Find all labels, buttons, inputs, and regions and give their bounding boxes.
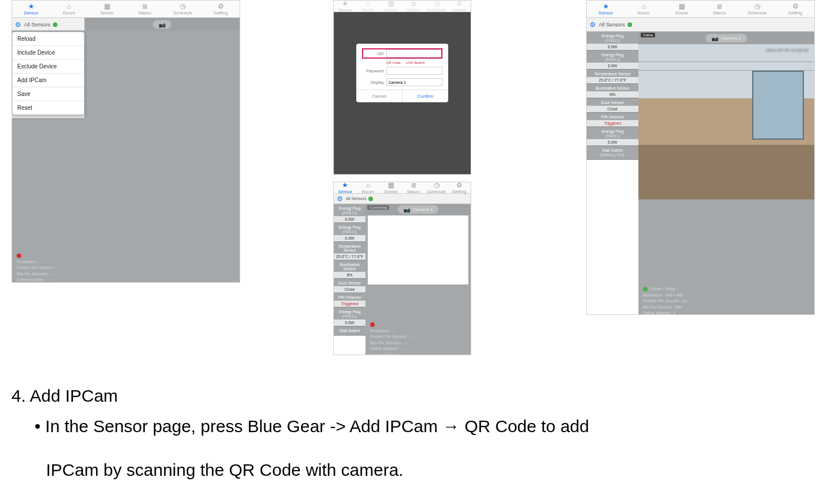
tab-sensor[interactable]: ★Sensor — [334, 1, 357, 11]
sensor-item[interactable]: Wall Switch — [334, 326, 365, 336]
info-line: Resolution : 640 x 480 — [643, 293, 687, 299]
sensor-item[interactable]: Energy Plug(PAN11)0.0W — [587, 127, 638, 146]
tab-macro[interactable]: ≣Macro — [700, 1, 738, 17]
menu-item-reload[interactable]: Reload — [13, 32, 84, 46]
sensor-item[interactable]: Illumination Sensor8% — [587, 84, 638, 98]
macro-icon: ≣ — [717, 3, 722, 10]
menu-item-exclude-device[interactable]: Exclude Device — [13, 60, 84, 74]
status-line — [17, 253, 59, 259]
sensor-item[interactable]: Illumination Sensor8% — [334, 260, 365, 279]
sensor-item[interactable]: Door SensorClose — [334, 279, 365, 293]
tab-scene[interactable]: ▦Scene — [379, 1, 402, 11]
status-dot-icon — [53, 22, 57, 27]
menu-item-save[interactable]: Save — [13, 87, 84, 101]
screenshot-add-ipcam-modal: ★Sensor⌂Room▦Scene≣Macro◷Schedule⚙Settin… — [333, 0, 471, 175]
menu-item-include-device[interactable]: Include Device — [13, 46, 84, 60]
sensor-item[interactable]: Door SensorClose — [587, 98, 638, 113]
sensor-item[interactable]: Energy Plug(PAN11)0.0W — [587, 51, 638, 70]
sensor-item[interactable]: Temperature Sensor25.0°C / 77.0°F — [334, 242, 365, 260]
display-input[interactable] — [386, 78, 442, 86]
menu-item-reset[interactable]: Reset — [13, 101, 84, 114]
sensor-item[interactable]: Energy Plug(PAN11)0.0W — [334, 223, 365, 242]
macro-icon: ≣ — [411, 0, 417, 7]
info-line: Frames Per Second : -- — [370, 334, 412, 340]
tab-schedule[interactable]: ◷Schedule — [738, 1, 776, 17]
main-panel: 📷Camera 1 2014-07-09 14:02:33 Online / R… — [638, 32, 814, 315]
sensor-item[interactable]: PIR DetectorTriggered — [587, 113, 638, 127]
menu-item-add-ipcam[interactable]: Add IPCam — [13, 74, 84, 87]
schedule-icon: ◷ — [434, 182, 440, 188]
gear-icon[interactable]: ⚙ — [15, 21, 21, 29]
tab-scene[interactable]: ▦Scene — [663, 1, 700, 17]
tab-setting[interactable]: ⚙Setting — [202, 1, 240, 17]
scene-icon: ▦ — [388, 0, 394, 7]
tab-schedule[interactable]: ◷Schedule — [425, 1, 448, 11]
tab-sensor[interactable]: ★Sensor — [12, 1, 50, 17]
room-icon: ⌂ — [641, 3, 645, 10]
setting-icon: ⚙ — [792, 3, 799, 10]
screenshot-menu-open: ★Sensor⌂Room▦Scene≣Macro◷Schedule⚙Settin… — [11, 0, 240, 283]
macro-icon: ≣ — [142, 3, 148, 10]
uid-input[interactable] — [386, 49, 441, 57]
sensor-item[interactable]: Energy Plug(PAN11)0.0W — [334, 307, 365, 326]
confirm-button[interactable]: Confirm — [403, 90, 449, 102]
status-dot-icon — [368, 197, 373, 201]
main-panel: 📷Camera 1 Resolution : --Frames Per Seco… — [365, 204, 471, 355]
tab-macro[interactable]: ≣Macro — [402, 182, 425, 193]
sensor-icon: ★ — [603, 3, 609, 10]
window-in-photo — [752, 71, 804, 140]
status-line — [370, 322, 412, 328]
all-sensors-label: All Sensors — [346, 197, 366, 201]
tab-setting[interactable]: ⚙Setting — [448, 182, 471, 193]
cancel-button[interactable]: Cancel — [356, 90, 403, 102]
bullet-line-1: In the Sensor page, press Blue Gear -> A… — [34, 413, 804, 440]
sensor-icon: ★ — [342, 0, 348, 7]
camera-info: Resolution : --Frames Per Second : --Bit… — [370, 322, 412, 355]
sensor-icon: ★ — [342, 182, 348, 188]
sensor-item[interactable]: Temperature Sensor25.0°C / 77.0°F — [587, 70, 638, 84]
tab-sensor[interactable]: ★Sensor — [334, 182, 357, 193]
sensor-item[interactable]: Energy Plug(PAN11)0.0W — [587, 32, 638, 51]
scene-icon: ▦ — [388, 182, 394, 188]
document-text: 4. Add IPCam In the Sensor page, press B… — [11, 383, 804, 501]
camera-title: Camera 1 — [413, 207, 433, 212]
tab-room[interactable]: ⌂Room — [357, 182, 380, 193]
gear-icon[interactable]: ⚙ — [590, 21, 596, 29]
dialog-buttons: Cancel Confirm — [356, 90, 448, 102]
app-tabs: ★Sensor⌂Room▦Scene≣Macro◷Schedule⚙Settin… — [587, 1, 814, 18]
room-icon: ⌂ — [366, 0, 370, 7]
sensor-item[interactable]: Wall Switch(PAN11) CH1 — [587, 146, 638, 160]
tab-schedule[interactable]: ◷Schedule — [164, 1, 202, 17]
tab-macro[interactable]: ≣Macro — [126, 1, 164, 17]
password-input[interactable] — [386, 67, 442, 75]
room-icon: ⌂ — [67, 3, 71, 10]
tab-room[interactable]: ⌂Room — [50, 1, 88, 17]
step-heading: 4. Add IPCam — [11, 383, 804, 410]
info-line: Online Number : 1 — [643, 310, 687, 315]
sensor-item[interactable]: Energy Plug(PAN11)0.0W — [334, 204, 365, 223]
setting-icon: ⚙ — [456, 0, 463, 7]
all-sensors-label: All Sensors — [24, 22, 51, 28]
tab-sensor[interactable]: ★Sensor — [587, 1, 625, 17]
all-sensors-bar: ⚙ All Sensors — [334, 194, 471, 204]
tab-schedule[interactable]: ◷Schedule — [425, 182, 448, 193]
gear-icon[interactable]: ⚙ — [337, 195, 343, 203]
lan-search-link[interactable]: LAN Search — [406, 61, 425, 64]
schedule-icon: ◷ — [434, 0, 440, 7]
online-badge: Online — [641, 33, 655, 37]
tab-setting[interactable]: ⚙Setting — [776, 1, 814, 17]
app-tabs: ★Sensor⌂Room▦Scene≣Macro◷Schedule⚙Settin… — [12, 1, 240, 18]
bullet-line-2: IPCam by scanning the QR Code with camer… — [46, 457, 804, 484]
camera-title-bar: 📷Camera 1 — [638, 32, 814, 44]
tab-scene[interactable]: ▦Scene — [379, 182, 402, 193]
tab-room[interactable]: ⌂Room — [625, 1, 663, 17]
sensor-item[interactable]: PIR DetectorTriggered — [334, 293, 365, 307]
info-line: Resolution : -- — [370, 328, 412, 334]
qr-code-link[interactable]: QR Code — [386, 61, 401, 64]
display-label: Display — [362, 80, 384, 84]
tab-scene[interactable]: ▦Scene — [88, 1, 126, 17]
tab-macro[interactable]: ≣Macro — [402, 1, 425, 11]
tab-setting[interactable]: ⚙Setting — [448, 1, 471, 11]
info-line: Bits Per Seconds : -- — [370, 340, 412, 347]
tab-room[interactable]: ⌂Room — [357, 1, 380, 11]
